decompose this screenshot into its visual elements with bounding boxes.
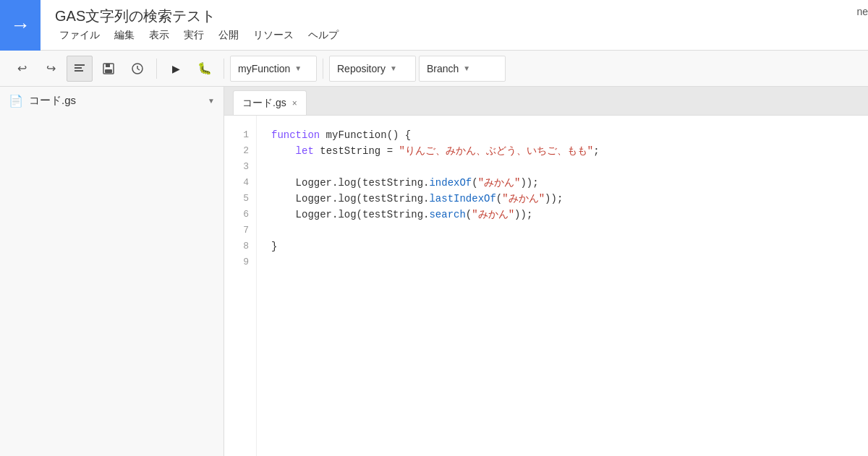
line-numbers: 1 2 3 4 5 6 7 8 9 xyxy=(224,116,257,456)
history-button[interactable] xyxy=(124,56,150,82)
repository-label: Repository xyxy=(337,63,386,74)
menu-publish[interactable]: 公開 xyxy=(214,27,243,43)
branch-dropdown[interactable]: Branch ▼ xyxy=(419,56,506,82)
line-num-7: 7 xyxy=(224,223,256,238)
menu-help[interactable]: ヘルプ xyxy=(304,27,343,43)
line-num-9: 9 xyxy=(224,254,256,270)
tab-code-gs[interactable]: コード.gs × xyxy=(233,90,307,115)
main-content: 📄 コード.gs ▼ コード.gs × 1 2 3 4 5 6 7 8 9 xyxy=(0,87,868,456)
line-num-5: 5 xyxy=(224,191,256,207)
code-line-2: let testString = "りんご、みかん、ぶどう、いちご、もも"; xyxy=(271,143,854,159)
branch-dropdown-arrow-icon: ▼ xyxy=(463,64,470,72)
code-line-5: Logger.log(testString.lastIndexOf("みかん")… xyxy=(271,191,854,207)
logo: → xyxy=(0,0,41,51)
line-num-6: 6 xyxy=(224,207,256,223)
separator-3 xyxy=(323,59,323,79)
code-line-1: function myFunction() { xyxy=(271,127,854,143)
file-icon: 📄 xyxy=(9,94,23,108)
function-dropdown-arrow-icon: ▼ xyxy=(294,64,302,72)
line-num-8: 8 xyxy=(224,238,256,254)
code-content[interactable]: function myFunction() { let testString =… xyxy=(257,116,868,456)
branch-label: Branch xyxy=(427,63,459,74)
header: → GAS文字列の検索テスト ファイル 編集 表示 実行 公開 リソース ヘルプ… xyxy=(0,0,868,51)
svg-rect-0 xyxy=(75,64,85,66)
top-right-text: ne xyxy=(856,6,868,17)
tab-bar: コード.gs × xyxy=(224,87,868,116)
title-area: GAS文字列の検索テスト ファイル 編集 表示 実行 公開 リソース ヘルプ xyxy=(55,7,343,43)
separator-2 xyxy=(224,59,224,79)
toolbar: ↩ ↪ ▶ 🐛 myFunction ▼ Repository ▼ Bran xyxy=(0,51,868,87)
sidebar-item-code-gs[interactable]: 📄 コード.gs ▼ xyxy=(0,87,224,115)
tab-close-button[interactable]: × xyxy=(292,98,297,108)
line-num-3: 3 xyxy=(224,159,256,175)
svg-line-8 xyxy=(137,69,140,70)
separator-1 xyxy=(156,59,157,79)
code-line-6: Logger.log(testString.search("みかん")); xyxy=(271,207,854,223)
function-selector-label: myFunction xyxy=(238,63,290,74)
code-line-7 xyxy=(271,223,854,238)
format-icon xyxy=(73,62,86,75)
history-icon xyxy=(131,62,144,75)
code-line-9 xyxy=(271,254,854,270)
save-icon xyxy=(102,62,115,75)
code-line-8: } xyxy=(271,238,854,254)
app-title: GAS文字列の検索テスト xyxy=(55,7,343,26)
keyword-function: function xyxy=(271,127,320,143)
code-line-3 xyxy=(271,159,854,175)
line-num-2: 2 xyxy=(224,143,256,159)
svg-rect-4 xyxy=(106,64,110,67)
menu-edit[interactable]: 編集 xyxy=(110,27,139,43)
sidebar-arrow-icon: ▼ xyxy=(208,97,215,105)
svg-rect-5 xyxy=(105,69,112,73)
repository-dropdown[interactable]: Repository ▼ xyxy=(329,56,416,82)
function-selector[interactable]: myFunction ▼ xyxy=(230,56,317,82)
svg-rect-1 xyxy=(75,67,82,69)
menu-view[interactable]: 表示 xyxy=(145,27,174,43)
debug-button[interactable]: 🐛 xyxy=(192,56,218,82)
sidebar: 📄 コード.gs ▼ xyxy=(0,87,224,456)
menu-file[interactable]: ファイル xyxy=(55,27,104,43)
redo-button[interactable]: ↪ xyxy=(38,56,64,82)
tab-label: コード.gs xyxy=(242,97,286,110)
svg-rect-2 xyxy=(75,70,83,72)
logo-arrow-icon: → xyxy=(10,14,30,37)
undo-button[interactable]: ↩ xyxy=(9,56,35,82)
run-button[interactable]: ▶ xyxy=(163,56,189,82)
code-editor[interactable]: 1 2 3 4 5 6 7 8 9 function myFunction() … xyxy=(224,116,868,456)
repository-dropdown-arrow-icon: ▼ xyxy=(390,64,397,72)
line-num-1: 1 xyxy=(224,127,256,143)
menu-run[interactable]: 実行 xyxy=(179,27,208,43)
line-num-4: 4 xyxy=(224,175,256,191)
save-button[interactable] xyxy=(95,56,122,82)
menu-resources[interactable]: リソース xyxy=(249,27,298,43)
editor-area: コード.gs × 1 2 3 4 5 6 7 8 9 function myFu… xyxy=(224,87,868,456)
menu-bar: ファイル 編集 表示 実行 公開 リソース ヘルプ xyxy=(55,27,343,43)
format-button[interactable] xyxy=(67,56,93,82)
code-line-4: Logger.log(testString.indexOf("みかん")); xyxy=(271,175,854,191)
sidebar-file-name: コード.gs xyxy=(29,94,76,108)
